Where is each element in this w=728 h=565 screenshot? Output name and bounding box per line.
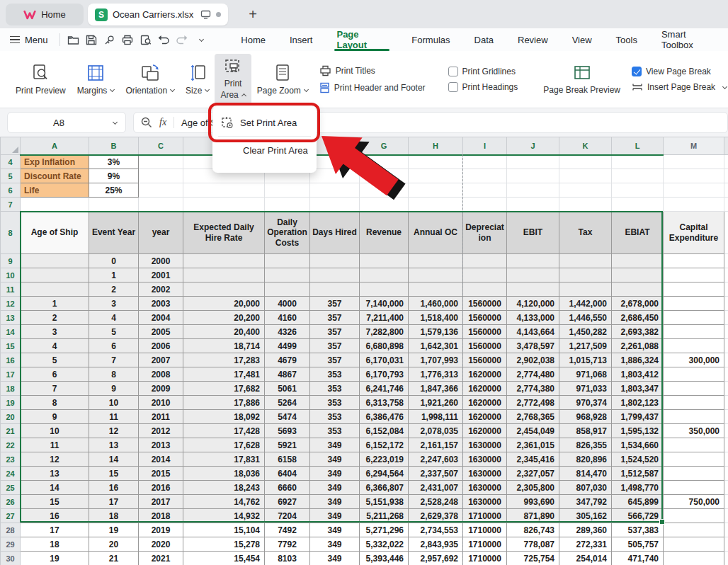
cell-F30[interactable]: 349 [310,552,360,565]
row-header-24[interactable]: 24 [1,467,21,481]
select-all-corner[interactable] [1,137,21,155]
cell-B18[interactable]: 9 [89,382,139,396]
cell-J24[interactable]: 2,327,057 [507,467,559,481]
row-header-27[interactable]: 27 [1,509,21,523]
cell-B16[interactable]: 7 [89,353,139,367]
cell-L19[interactable]: 1,802,123 [612,396,664,410]
cell-L24[interactable]: 1,512,587 [612,467,664,481]
cell-B21[interactable]: 12 [89,424,139,438]
cell-H25[interactable]: 2,431,007 [409,481,463,495]
cell-I25[interactable]: 1630000 [463,481,507,495]
cell-F18[interactable]: 353 [310,382,360,396]
cell-I30[interactable]: 1710000 [463,552,507,565]
cell-H23[interactable]: 2,247,603 [409,452,463,467]
row-header-14[interactable]: 14 [1,325,21,339]
cell-I12[interactable]: 1560000 [463,297,507,311]
column-header-G[interactable]: G [360,137,409,155]
cell-M10[interactable] [664,268,724,282]
cell-G16[interactable]: 6,170,031 [360,353,409,367]
cell-E6[interactable] [265,183,310,198]
cell-C17[interactable]: 2008 [139,367,183,382]
row-header-28[interactable]: 28 [1,523,21,537]
column-header-F[interactable]: F [310,137,360,155]
cell-J9[interactable] [507,254,559,268]
cell-J25[interactable]: 2,305,800 [507,481,559,495]
cell-A14[interactable]: 3 [21,325,89,339]
cell-F14[interactable]: 357 [310,325,360,339]
cell-M17[interactable] [664,367,724,382]
fx-icon[interactable]: fx [159,117,166,128]
cell-F24[interactable]: 349 [310,467,360,481]
zoom-out-icon[interactable] [141,117,152,128]
cell-C16[interactable]: 2007 [139,353,183,367]
row-header-22[interactable]: 22 [1,438,21,452]
row-header-19[interactable]: 19 [1,396,21,410]
cell-M25[interactable] [664,481,724,495]
cell-D27[interactable]: 14,932 [183,509,265,523]
cell-F17[interactable]: 353 [310,367,360,382]
cell-L11[interactable] [612,282,664,297]
cell-F19[interactable]: 353 [310,396,360,410]
cell-B5[interactable]: 9% [89,169,139,183]
cell-D15[interactable]: 18,714 [183,339,265,353]
cell-G28[interactable]: 5,271,296 [360,523,409,537]
cell-G17[interactable]: 6,170,793 [360,367,409,382]
cell-J22[interactable]: 2,361,015 [507,438,559,452]
cell-L10[interactable] [612,268,664,282]
cell-G23[interactable]: 6,223,019 [360,452,409,467]
cell-I9[interactable] [463,254,507,268]
cell-I20[interactable]: 1620000 [463,410,507,424]
cell-I13[interactable]: 1560000 [463,311,507,325]
cell-I27[interactable]: 1710000 [463,509,507,523]
cell-D25[interactable]: 18,243 [183,481,265,495]
cell-A12[interactable]: 1 [21,297,89,311]
cell-L27[interactable]: 566,729 [612,509,664,523]
cell-I15[interactable]: 1560000 [463,339,507,353]
cell-F16[interactable]: 357 [310,353,360,367]
cell-G4[interactable] [360,155,409,169]
cell-J29[interactable]: 778,087 [507,537,559,552]
cell-I6[interactable] [463,183,507,198]
cell-K20[interactable]: 968,928 [559,410,612,424]
cell-J20[interactable]: 2,768,365 [507,410,559,424]
cell-G25[interactable]: 6,366,807 [360,481,409,495]
cell-C9[interactable]: 2000 [139,254,183,268]
cell-F29[interactable]: 349 [310,537,360,552]
cell-L4[interactable] [612,155,664,169]
cell-K6[interactable] [559,183,612,198]
cell-C28[interactable]: 2019 [139,523,183,537]
cell-D18[interactable]: 17,682 [183,382,265,396]
cell-A4[interactable]: Exp Inflation [21,155,89,169]
cell-G14[interactable]: 7,282,800 [360,325,409,339]
row-header-17[interactable]: 17 [1,367,21,382]
cell-I18[interactable]: 1620000 [463,382,507,396]
cell-I28[interactable]: 1710000 [463,523,507,537]
cell-B11[interactable]: 2 [89,282,139,297]
cell-B24[interactable]: 15 [89,467,139,481]
cell-D14[interactable]: 20,400 [183,325,265,339]
cell-L29[interactable]: 505,757 [612,537,664,552]
cell-E18[interactable]: 5061 [265,382,310,396]
row-header-11[interactable]: 11 [1,282,21,297]
cell-B26[interactable]: 17 [89,495,139,509]
cell-M26[interactable]: 750,000 [664,495,724,509]
cell-I4[interactable] [463,155,507,169]
cell-J16[interactable]: 2,902,038 [507,353,559,367]
row-header-6[interactable]: 6 [1,183,21,198]
cell-L21[interactable]: 1,595,132 [612,424,664,438]
cell-C22[interactable]: 2013 [139,438,183,452]
cell-G13[interactable]: 7,211,400 [360,311,409,325]
cell-I19[interactable]: 1620000 [463,396,507,410]
cell-H28[interactable]: 2,734,553 [409,523,463,537]
cell-A15[interactable]: 4 [21,339,89,353]
cell-F20[interactable]: 353 [310,410,360,424]
cell-H5[interactable] [409,169,463,183]
cell-M4[interactable] [664,155,724,169]
cell-D22[interactable]: 17,628 [183,438,265,452]
cell-D12[interactable]: 20,000 [183,297,265,311]
cell-B15[interactable]: 6 [89,339,139,353]
cell-H20[interactable]: 1,998,111 [409,410,463,424]
cell-C4[interactable] [139,155,183,169]
row-header-29[interactable]: 29 [1,537,21,552]
cell-I14[interactable]: 1560000 [463,325,507,339]
